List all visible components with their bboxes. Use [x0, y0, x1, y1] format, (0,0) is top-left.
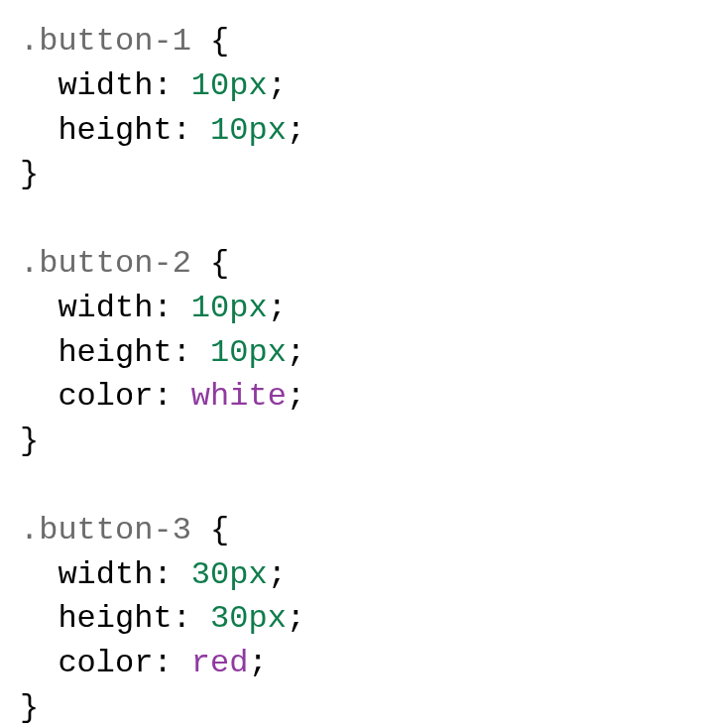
css-property: height — [58, 334, 172, 371]
css-property: color — [58, 378, 153, 415]
css-value: white — [191, 378, 287, 415]
css-property: width — [58, 556, 153, 593]
open-brace: { — [191, 23, 229, 60]
open-brace: { — [191, 245, 229, 282]
css-value: 10px — [210, 112, 287, 149]
css-value: 30px — [191, 556, 268, 593]
css-property: width — [58, 290, 153, 326]
colon: : — [153, 645, 190, 681]
code-block: .button-1 { width: 10px; height: 10px; }… — [20, 20, 684, 728]
semicolon: ; — [287, 112, 305, 149]
colon: : — [153, 290, 190, 326]
css-property: height — [58, 112, 172, 149]
css-property: height — [58, 600, 172, 637]
close-brace: } — [20, 423, 39, 459]
colon: : — [173, 112, 210, 149]
css-selector: .button-2 — [20, 245, 191, 282]
semicolon: ; — [268, 67, 287, 104]
css-value: 10px — [191, 290, 268, 326]
close-brace: } — [20, 156, 39, 192]
css-value: 30px — [210, 600, 287, 637]
css-value: 10px — [210, 334, 287, 371]
css-value: 10px — [191, 67, 268, 104]
colon: : — [173, 600, 210, 637]
close-brace: } — [20, 689, 39, 726]
semicolon: ; — [287, 334, 305, 371]
css-property: width — [58, 67, 153, 104]
colon: : — [153, 378, 190, 415]
css-value: red — [191, 645, 249, 681]
css-property: color — [58, 645, 153, 681]
semicolon: ; — [287, 600, 305, 637]
semicolon: ; — [268, 290, 287, 326]
css-selector: .button-1 — [20, 23, 191, 60]
colon: : — [153, 67, 190, 104]
css-selector: .button-3 — [20, 512, 191, 548]
semicolon: ; — [287, 378, 305, 415]
semicolon: ; — [268, 556, 287, 593]
open-brace: { — [191, 512, 229, 548]
colon: : — [173, 334, 210, 371]
semicolon: ; — [248, 645, 267, 681]
colon: : — [153, 556, 190, 593]
